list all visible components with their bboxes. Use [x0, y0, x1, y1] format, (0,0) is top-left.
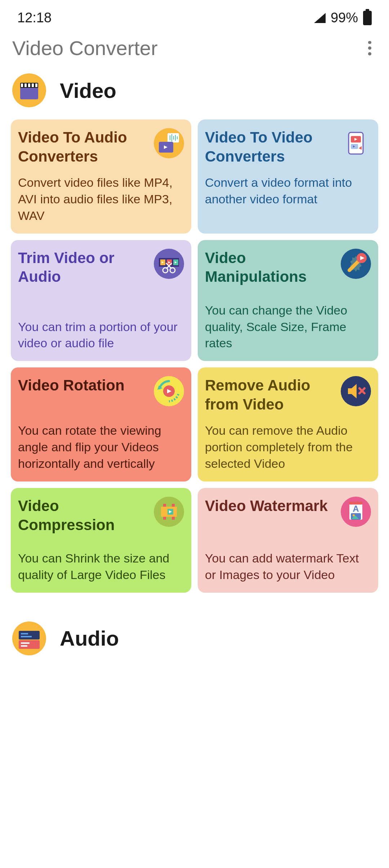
card-desc: You can rotate the viewing angle and fli…	[18, 422, 184, 472]
signal-icon	[314, 13, 326, 23]
svg-rect-11	[171, 134, 172, 141]
card-desc: You can add watermark Text or Images to …	[205, 550, 371, 583]
more-options-icon[interactable]	[362, 41, 377, 55]
svg-text:A: A	[353, 504, 359, 514]
card-desc: Convert a video format into another vide…	[205, 175, 371, 208]
video-to-audio-icon	[154, 128, 184, 158]
card-remove-audio[interactable]: Remove Audio from Video You can remove t…	[198, 367, 378, 482]
svg-rect-13	[175, 135, 176, 141]
card-desc: You can trim a portion of your video or …	[18, 319, 184, 352]
svg-rect-3	[21, 83, 23, 87]
audio-section-icon	[12, 621, 46, 655]
status-bar: 12:18 99%	[0, 0, 389, 33]
svg-rect-4	[24, 83, 27, 87]
trim-icon	[154, 249, 184, 279]
card-video-to-video[interactable]: Video To Video Converters Convert a vide…	[198, 119, 378, 234]
manipulation-icon	[341, 249, 371, 279]
battery-icon	[363, 11, 372, 25]
card-watermark[interactable]: Video Watermark A You can add watermark …	[198, 488, 378, 593]
card-rotation[interactable]: Video Rotation You can rotate the viewin…	[11, 367, 191, 482]
watermark-icon: A	[341, 497, 371, 527]
svg-rect-10	[170, 135, 170, 140]
svg-rect-1	[20, 86, 38, 99]
card-desc: You can Shrink the size and quality of L…	[18, 550, 184, 583]
compression-icon	[154, 497, 184, 527]
svg-rect-60	[19, 631, 40, 639]
card-desc: Convert video files like MP4, AVI into a…	[18, 175, 184, 224]
svg-rect-6	[32, 83, 34, 87]
svg-rect-14	[177, 136, 178, 139]
app-header: Video Converter	[0, 33, 389, 71]
card-title: Video To Audio Converters	[18, 128, 154, 166]
remove-audio-icon	[341, 376, 371, 406]
card-title: Remove Audio from Video	[205, 376, 341, 414]
card-compression[interactable]: Video Compression You can Shrink the siz…	[11, 488, 191, 593]
battery-percentage: 99%	[331, 10, 358, 26]
rotation-icon	[154, 376, 184, 406]
card-trim[interactable]: Trim Video or Audio Yo	[11, 240, 191, 361]
svg-rect-65	[21, 645, 27, 647]
card-desc: You can change the Video quality, Scale …	[205, 302, 371, 352]
svg-rect-7	[35, 83, 37, 87]
status-right: 99%	[314, 10, 372, 26]
svg-rect-64	[21, 642, 30, 644]
card-desc: You can remove the Audio portion complet…	[205, 422, 371, 472]
svg-rect-62	[21, 636, 32, 637]
video-section-title: Video	[60, 78, 116, 103]
audio-section-header: Audio	[0, 619, 389, 668]
video-section-icon	[12, 73, 46, 107]
svg-rect-61	[21, 633, 28, 634]
status-time: 12:18	[17, 10, 52, 26]
video-section-header: Video	[0, 71, 389, 119]
audio-section-title: Audio	[60, 626, 119, 650]
card-title: Video To Video Converters	[205, 128, 341, 166]
card-title: Video Watermark	[205, 497, 341, 516]
cards-grid: Video To Audio Converters Convert video …	[0, 119, 389, 593]
card-manipulations[interactable]: Video Manipulations You can change the V…	[198, 240, 378, 361]
svg-rect-18	[349, 132, 363, 154]
svg-rect-63	[19, 640, 40, 649]
card-video-to-audio[interactable]: Video To Audio Converters Convert video …	[11, 119, 191, 234]
video-to-video-icon	[341, 128, 371, 158]
card-title: Trim Video or Audio	[18, 249, 154, 286]
svg-rect-5	[28, 83, 30, 87]
card-title: Video Compression	[18, 497, 154, 534]
app-title: Video Converter	[12, 36, 158, 60]
svg-rect-12	[173, 136, 174, 140]
card-title: Video Rotation	[18, 376, 154, 395]
card-title: Video Manipulations	[205, 249, 341, 286]
